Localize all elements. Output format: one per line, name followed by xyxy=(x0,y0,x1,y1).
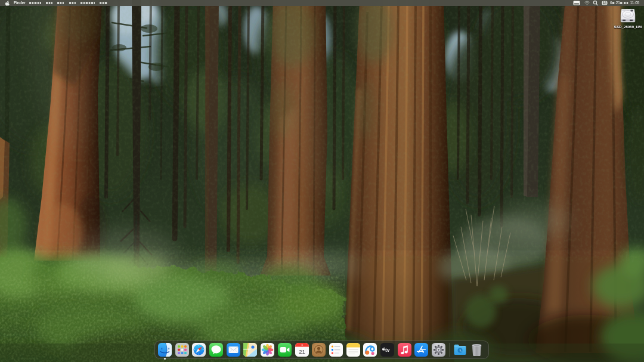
svg-text:21: 21 xyxy=(299,348,305,355)
svg-text:tv: tv xyxy=(385,347,390,353)
